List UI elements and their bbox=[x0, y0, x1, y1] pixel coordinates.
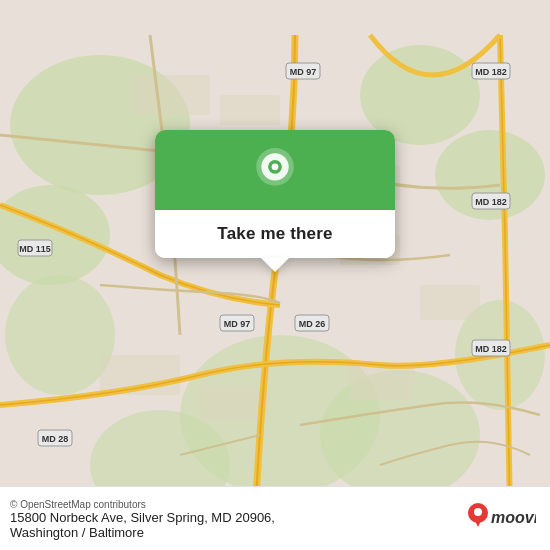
map-background: MD 97 MD 182 MD 182 MD 182 MD 115 MD 97 … bbox=[0, 0, 550, 550]
moovit-logo: moovit bbox=[466, 499, 536, 539]
svg-text:MD 182: MD 182 bbox=[475, 67, 507, 77]
svg-point-39 bbox=[272, 163, 279, 170]
popup-tail bbox=[261, 258, 289, 272]
svg-text:MD 182: MD 182 bbox=[475, 197, 507, 207]
svg-point-5 bbox=[5, 275, 115, 395]
svg-rect-16 bbox=[350, 365, 415, 400]
svg-text:MD 26: MD 26 bbox=[299, 319, 326, 329]
region-text: Washington / Baltimore bbox=[10, 525, 275, 540]
bottom-left-info: © OpenStreetMap contributors 15800 Norbe… bbox=[10, 497, 275, 540]
osm-credit: © OpenStreetMap contributors bbox=[10, 499, 275, 510]
svg-text:MD 182: MD 182 bbox=[475, 344, 507, 354]
location-pin-icon bbox=[251, 148, 299, 196]
svg-point-42 bbox=[474, 508, 482, 516]
svg-text:MD 28: MD 28 bbox=[42, 434, 69, 444]
svg-rect-10 bbox=[130, 75, 210, 115]
moovit-logo-svg: moovit bbox=[466, 499, 536, 539]
svg-text:MD 97: MD 97 bbox=[224, 319, 251, 329]
take-me-there-button[interactable]: Take me there bbox=[155, 210, 395, 258]
svg-text:moovit: moovit bbox=[491, 509, 536, 526]
address-text: 15800 Norbeck Ave, Silver Spring, MD 209… bbox=[10, 510, 275, 525]
map-container: MD 97 MD 182 MD 182 MD 182 MD 115 MD 97 … bbox=[0, 0, 550, 550]
popup-icon-area bbox=[155, 130, 395, 210]
svg-text:MD 97: MD 97 bbox=[290, 67, 317, 77]
svg-text:MD 115: MD 115 bbox=[19, 244, 51, 254]
bottom-bar: © OpenStreetMap contributors 15800 Norbe… bbox=[0, 486, 550, 550]
svg-rect-11 bbox=[220, 95, 280, 125]
svg-rect-17 bbox=[420, 285, 480, 320]
location-popup: Take me there bbox=[155, 130, 395, 258]
